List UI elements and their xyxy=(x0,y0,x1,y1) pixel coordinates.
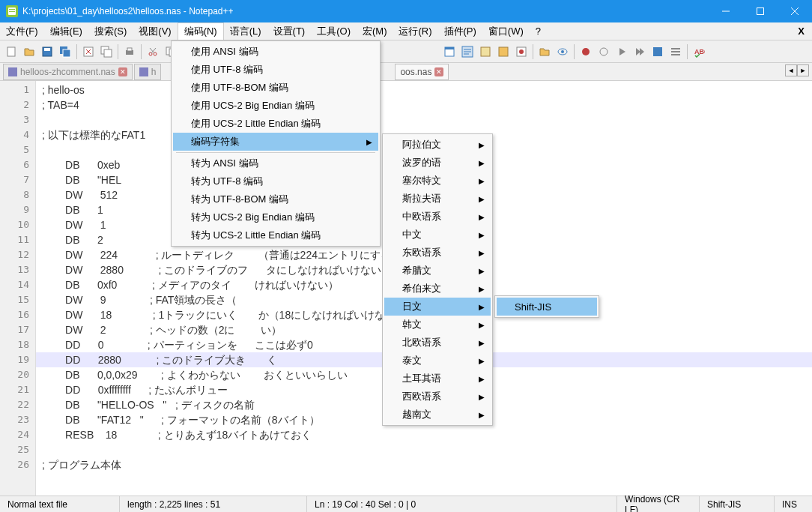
menu-help[interactable]: ? xyxy=(530,22,547,40)
minimize-button[interactable] xyxy=(709,0,743,22)
menu-separator xyxy=(176,152,375,153)
charset-menuitem-14[interactable]: 西欧语系▶ xyxy=(384,388,491,406)
open-file-icon[interactable] xyxy=(21,43,37,60)
encoding-menuitem-7[interactable]: 转为 ANSI 编码 xyxy=(173,154,378,172)
encoding-menuitem-5[interactable]: 编码字符集▶ xyxy=(173,133,378,151)
tab-close-icon[interactable]: ✕ xyxy=(118,67,127,76)
status-position: Ln : 19 Col : 40 Sel : 0 | 0 xyxy=(307,496,617,512)
encoding-menuitem-8[interactable]: 转为 UTF-8 编码 xyxy=(173,172,378,190)
tab-2[interactable]: oos.nas ✕ xyxy=(395,64,449,80)
play-icon[interactable] xyxy=(613,43,630,60)
play-multi-icon[interactable] xyxy=(631,43,648,60)
encoding-menuitem-3[interactable]: 使用 UCS-2 Big Endian 编码 xyxy=(173,97,378,115)
folder-icon[interactable] xyxy=(536,43,553,60)
menu-file[interactable]: 文件(F) xyxy=(0,22,44,40)
editor[interactable]: 1234567891011121314151617181920212223242… xyxy=(0,81,812,496)
charset-menuitem-6[interactable]: 东欧语系▶ xyxy=(384,244,491,262)
line-number: 7 xyxy=(0,172,35,187)
line-number: 9 xyxy=(0,202,35,217)
line-number: 12 xyxy=(0,247,35,262)
encoding-menuitem-2[interactable]: 使用 UTF-8-BOM 编码 xyxy=(173,79,378,97)
function-list-icon[interactable] xyxy=(477,43,494,60)
cut-icon[interactable] xyxy=(145,43,161,60)
charset-menuitem-9[interactable]: 日文▶ xyxy=(384,298,491,316)
code-line[interactable]: ; プログラム本体 xyxy=(36,457,812,472)
menu-encoding[interactable]: 编码(N) xyxy=(178,22,224,40)
charset-menuitem-11[interactable]: 北欧语系▶ xyxy=(384,334,491,352)
status-encoding[interactable]: Shift-JIS xyxy=(700,496,775,512)
tabbar: helloos-zhcomment.nas ✕ h oos.nas ✕ ◄ ► xyxy=(0,63,812,81)
menu-view[interactable]: 视图(V) xyxy=(133,22,177,40)
encoding-menuitem-1[interactable]: 使用 UTF-8 编码 xyxy=(173,61,378,79)
encoding-menuitem-4[interactable]: 使用 UCS-2 Little Endian 编码 xyxy=(173,115,378,133)
code-line[interactable]: ; hello-os xyxy=(36,82,812,97)
spellcheck-icon[interactable]: ABC xyxy=(691,43,707,60)
new-file-icon[interactable] xyxy=(3,43,19,60)
menu-plugins[interactable]: 插件(P) xyxy=(438,22,482,40)
save-all-icon[interactable] xyxy=(57,43,73,60)
charset-menuitem-2[interactable]: 塞尔特文▶ xyxy=(384,172,491,190)
menu-macro[interactable]: 宏(M) xyxy=(357,22,393,40)
line-number: 5 xyxy=(0,142,35,157)
menu-tools[interactable]: 工具(O) xyxy=(311,22,357,40)
close-file-icon[interactable] xyxy=(80,43,97,60)
tab-close-icon[interactable]: ✕ xyxy=(434,67,443,76)
menu-window[interactable]: 窗口(W) xyxy=(482,22,530,40)
submenu-arrow-icon: ▶ xyxy=(479,213,485,221)
doc-map-icon[interactable] xyxy=(513,43,530,60)
charset-menuitem-1[interactable]: 波罗的语▶ xyxy=(384,154,491,172)
status-length: length : 2,225 lines : 51 xyxy=(120,496,307,512)
menu-settings[interactable]: 设置(T) xyxy=(267,22,312,40)
code-line[interactable]: ; TAB=4 xyxy=(36,97,812,112)
tab-prev-button[interactable]: ◄ xyxy=(785,64,797,76)
maximize-button[interactable] xyxy=(743,0,778,22)
save-icon[interactable] xyxy=(39,43,55,60)
submenu-arrow-icon: ▶ xyxy=(479,393,485,401)
submenu-arrow-icon: ▶ xyxy=(479,267,485,275)
charset-menuitem-4[interactable]: 中欧语系▶ xyxy=(384,208,491,226)
menu-edit[interactable]: 编辑(E) xyxy=(44,22,88,40)
code-line[interactable]: RESB 18 ; とりあえず18バイトあけておく xyxy=(36,427,812,442)
charset-menuitem-3[interactable]: 斯拉夫语▶ xyxy=(384,190,491,208)
status-mode[interactable]: INS xyxy=(775,496,812,512)
code-line[interactable] xyxy=(36,112,812,127)
print-icon[interactable] xyxy=(121,43,138,60)
charset-menuitem-8[interactable]: 希伯来文▶ xyxy=(384,280,491,298)
line-number: 15 xyxy=(0,292,35,307)
charset-menuitem-15[interactable]: 越南文▶ xyxy=(384,406,491,424)
submenu-arrow-icon: ▶ xyxy=(479,339,485,347)
menu-language[interactable]: 语言(L) xyxy=(224,22,267,40)
line-number: 1 xyxy=(0,82,35,97)
japanese-menu: Shift-JIS xyxy=(494,295,599,318)
menu-search[interactable]: 搜索(S) xyxy=(88,22,133,40)
charset-menuitem-10[interactable]: 韩文▶ xyxy=(384,316,491,334)
record-icon[interactable] xyxy=(578,43,594,60)
menu-run[interactable]: 运行(R) xyxy=(393,22,437,40)
encoding-menuitem-10[interactable]: 转为 UCS-2 Big Endian 编码 xyxy=(173,208,378,226)
settings-icon[interactable] xyxy=(667,43,684,60)
charset-menuitem-12[interactable]: 泰文▶ xyxy=(384,352,491,370)
close-button[interactable] xyxy=(778,0,812,22)
encoding-menuitem-0[interactable]: 使用 ANSI 编码 xyxy=(173,43,378,61)
save-macro-icon[interactable] xyxy=(649,43,666,60)
monitor-icon[interactable] xyxy=(554,43,571,60)
charset-menuitem-13[interactable]: 土耳其语▶ xyxy=(384,370,491,388)
document-close-button[interactable]: X xyxy=(790,22,812,40)
close-all-icon[interactable] xyxy=(98,43,115,60)
charset-menuitem-0[interactable]: 阿拉伯文▶ xyxy=(384,136,491,154)
tab-next-button[interactable]: ► xyxy=(797,64,809,76)
menuitem-shift-jis[interactable]: Shift-JIS xyxy=(497,298,597,316)
status-eol[interactable]: Windows (CR LF) xyxy=(617,496,700,512)
encoding-menuitem-9[interactable]: 转为 UTF-8-BOM 编码 xyxy=(173,190,378,208)
encoding-menuitem-11[interactable]: 转为 UCS-2 Little Endian 编码 xyxy=(173,226,378,244)
tab-0[interactable]: helloos-zhcomment.nas ✕ xyxy=(3,64,133,80)
tab-1[interactable]: h xyxy=(134,64,162,80)
charset-menuitem-7[interactable]: 希腊文▶ xyxy=(384,262,491,280)
show-icon[interactable] xyxy=(441,43,458,60)
folder-view-icon[interactable] xyxy=(495,43,512,60)
charset-menuitem-5[interactable]: 中文▶ xyxy=(384,226,491,244)
svg-point-41 xyxy=(600,48,608,55)
code-line[interactable] xyxy=(36,442,812,457)
wrap-icon[interactable] xyxy=(459,43,476,60)
stop-record-icon[interactable] xyxy=(596,43,612,60)
